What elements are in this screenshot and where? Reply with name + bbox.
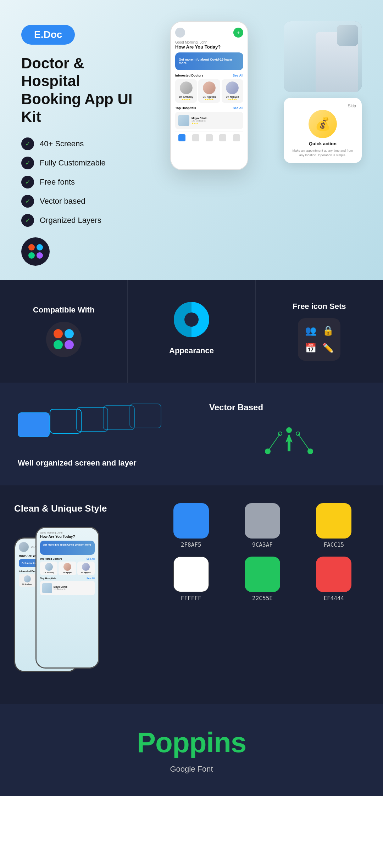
feature-screens: ✓ 40+ Screens [21,137,135,150]
layers-col: Well organized screen and layer [0,383,195,485]
front-question: How Are You Today? [40,535,95,539]
figma-icon-large [54,329,74,349]
nav-phone[interactable] [192,134,199,141]
front-doctor-row: Dr. Anthony Dr. Nguyen Dr. Nguyen [40,562,95,575]
feature-layers-label: Organized Layers [40,216,101,225]
swatch-label-white: FFFFFF [181,595,201,602]
swatch-box-blue [173,503,209,539]
appearance-svg [172,300,211,339]
figma-dot-red [28,244,35,250]
hospital-stars: ★★★★ [192,122,207,124]
figma-icon [28,244,43,259]
hero-left-panel: E.Doc Doctor & Hospital Booking App UI K… [21,21,135,266]
swatch-white: FFFFFF [160,557,222,602]
hospital-thumb-front [42,583,52,593]
feature-customizable: ✓ Fully Customizable [21,157,135,169]
appearance-col: Appearance [128,280,255,383]
compatible-col: Compatible With [0,280,128,383]
figma-green [54,340,63,349]
feature-screens-label: 40+ Screens [40,139,84,148]
interested-label: Interested Doctors [40,558,62,560]
quick-action-graphic: 💰 [309,110,337,138]
fdoc-1: Dr. Anthony [40,562,57,575]
check-icon-fonts: ✓ [21,176,34,188]
phone-front: Good Morning, John How Are You Today? Ge… [35,527,99,669]
fdoc-avatar-1 [45,563,53,571]
swatch-box-green [245,557,280,592]
swatch-box-white [173,557,209,592]
doctor-name-1: Dr. Anthony [177,96,195,98]
icon-box: 👥 🔒 📅 ✏️ [298,318,340,361]
see-all-front[interactable]: See All [87,558,95,560]
nav-search[interactable] [206,134,213,141]
swatch-box-gray [245,503,280,539]
hospital-info: Mayo Clinic 123 Medical St. ★★★★ [192,117,207,124]
app-badge: E.Doc [21,25,75,45]
layers-title: Well organized screen and layer [18,458,177,468]
color-grid: 2F8AF5 9CA3AF FACC15 FFFFFF 22C55E EF4 [160,503,365,602]
circle-inner [184,312,199,327]
doctor-avatar-1 [180,81,193,94]
user-avatar [175,28,185,38]
nav-profile[interactable] [233,134,240,141]
doctor-card-1: Dr. Anthony ★★★★★ [175,79,197,103]
hero-phones: + Good Morning, John How Are You Today? … [149,21,270,170]
check-icon-vector: ✓ [21,195,34,208]
nav-bookmark[interactable] [219,134,226,141]
doctor-photo [284,21,362,92]
see-all-doctors[interactable]: See All [233,74,243,77]
feature-vector-label: Vector based [40,197,85,206]
figma-circle [46,322,82,357]
check-icon-layers: ✓ [21,214,34,227]
swatch-yellow: FACC15 [302,503,365,548]
feature-customizable-label: Fully Customizable [40,158,106,168]
swatch-box-red [316,557,351,592]
style-row: Clean & Unique Style Dr. Anthony How Are… [0,485,383,704]
font-section: Poppins Google Font [0,704,383,796]
see-all-hospitals[interactable]: See All [233,106,243,110]
swatch-red: EF4444 [302,557,365,602]
doctor-card-2: Dr. Nguyen ★★★★★ [198,79,220,103]
hospitals-label-front: Top Hospitals [40,577,56,580]
node-top [286,427,292,433]
figma-purple [65,340,74,349]
handle-left [268,434,280,451]
hospital-addr-front: 123 Medical St. [54,588,67,590]
arrow-stem [288,441,290,451]
phone-question: How Are You Today? [175,44,243,50]
covid-banner: Get more info about Covid-19 learn more [175,52,243,70]
compatible-title: Compatible With [33,305,94,315]
hero-right-panel: Skip 💰 Quick action Make an appointment … [284,21,362,163]
quick-action-title: Quick action [309,141,337,146]
see-all-hospitals-front[interactable]: See All [87,577,95,580]
skip-button[interactable]: Skip [348,103,356,108]
layer-1 [18,412,50,437]
free-icons-col: Free icon Sets 👥 🔒 📅 ✏️ [256,280,383,383]
figma-dot-blue [37,244,43,250]
swatch-gray: 9CA3AF [231,503,294,548]
figma-logo [21,237,50,266]
front-covid-text: Get more info about Covid-19 learn more [43,543,92,546]
skip-row: Skip [289,103,356,108]
fdoc-name-2: Dr. Nguyen [60,571,74,574]
fdoc-avatar-2 [63,563,71,571]
phone-front-screen: Good Morning, John How Are You Today? Ge… [37,528,98,667]
phone-showcase: Dr. Anthony How Are You Today? Get more … [14,527,128,686]
fdoc-2: Dr. Nguyen [59,562,76,575]
doctors-section-label: Interested Doctors See All [175,74,243,77]
hero-section: E.Doc Doctor & Hospital Booking App UI K… [0,0,383,280]
appearance-title: Appearance [169,346,214,355]
nav-home[interactable] [178,134,185,141]
doctor-name-2: Dr. Nguyen [200,96,218,98]
features-row: Compatible With Appearance Free icon Set… [0,280,383,383]
doctor-name-3: Dr. Nguyen [223,96,242,98]
quick-action-desc: Make an appointment at any time and from… [289,148,356,157]
layers-visual [18,405,177,448]
figma-blue [65,329,74,338]
check-icon-screens: ✓ [21,137,34,150]
figma-red [54,329,63,338]
feature-fonts-label: Free fonts [40,177,75,187]
lock-icon: 🔒 [322,325,334,336]
layer-2 [50,409,82,434]
swatch-green: 22C55E [231,557,294,602]
